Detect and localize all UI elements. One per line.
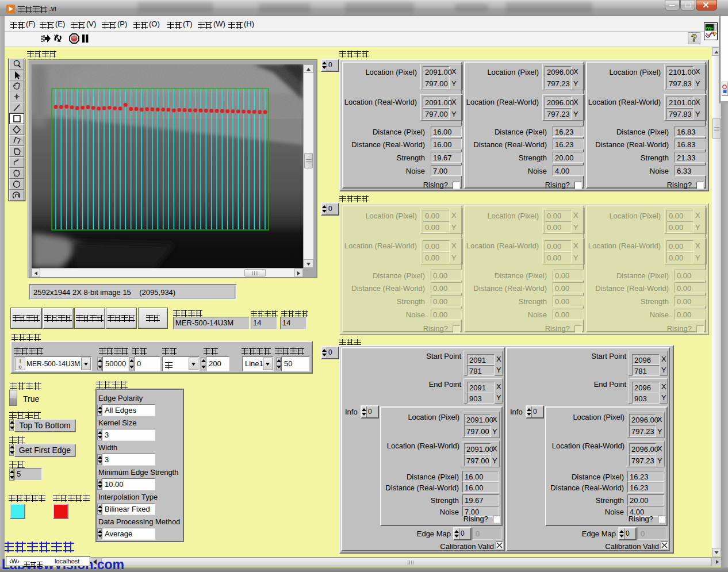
svg-text:?: ? bbox=[691, 33, 697, 43]
